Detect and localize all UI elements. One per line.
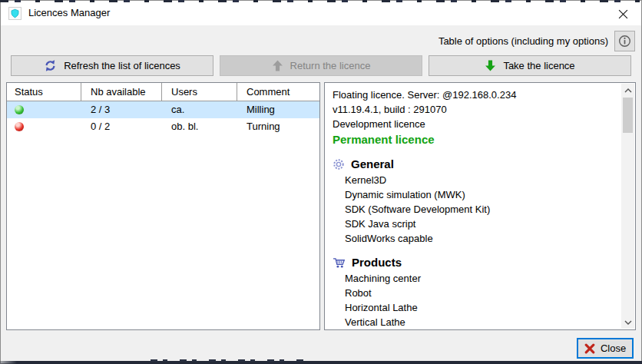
return-licence-button[interactable]: Return the licence [220, 55, 422, 76]
column-header-comment[interactable]: Comment [237, 83, 319, 101]
licence-type-line: Development licence [333, 117, 618, 131]
licence-details-content: Floating licence. Server: @192.168.0.234… [326, 84, 621, 329]
product-item: Robot [333, 286, 618, 300]
arrow-up-icon [272, 60, 283, 71]
scroll-up-icon[interactable] [621, 84, 634, 97]
version-line: v11.19.4.1, build : 291070 [333, 102, 618, 117]
column-header-status[interactable]: Status [7, 83, 81, 101]
title-bar: Licences Manager [1, 1, 641, 25]
section-general: General Kernel3D Dynamic simulation (MWK… [333, 156, 618, 246]
column-header-users[interactable]: Users [162, 83, 237, 101]
close-button[interactable]: Close [577, 338, 634, 359]
desktop-artifact-bottom-text [151, 359, 304, 362]
status-indicator [15, 105, 24, 114]
info-button[interactable] [614, 31, 635, 51]
section-title-general: General [351, 156, 394, 173]
app-shield-icon [8, 7, 22, 20]
close-x-icon [584, 343, 595, 354]
take-licence-button[interactable]: Take the licence [429, 55, 631, 76]
section-products: Products Machining center Robot Horizont… [333, 254, 618, 329]
take-button-label: Take the licence [503, 60, 574, 71]
return-button-label: Return the licence [290, 60, 371, 71]
scrollbar-thumb[interactable] [623, 98, 633, 133]
section-title-products: Products [352, 254, 402, 271]
refresh-button-label: Refresh the list of licences [64, 60, 180, 71]
cell-comment: Turning [237, 118, 319, 135]
licence-details-panel: Floating licence. Server: @192.168.0.234… [324, 82, 636, 330]
cell-users: ob. bl. [162, 118, 237, 135]
options-caption: Table of options (including my options) [438, 35, 608, 48]
status-indicator [15, 122, 24, 131]
feature-item: Dynamic simulation (MWK) [333, 187, 618, 202]
permanent-licence-line: Permanent licence [333, 133, 618, 146]
product-item: Machining center [333, 271, 618, 286]
feature-item: SDK Java script [333, 217, 618, 231]
gear-icon [333, 158, 345, 170]
product-item: Horizontal Lathe [333, 300, 618, 315]
cell-comment: Milling [237, 101, 319, 118]
desktop-artifact-top [0, 0, 642, 2]
refresh-icon [44, 59, 57, 72]
refresh-licences-button[interactable]: Refresh the list of licences [11, 55, 213, 76]
table-header: Status Nb available Users Comment [7, 83, 319, 101]
licences-manager-window: Licences Manager Table of options (inclu… [0, 0, 642, 364]
cell-nb-available: 0 / 2 [81, 118, 162, 135]
table-row[interactable]: 0 / 2 ob. bl. Turning [7, 118, 319, 135]
scroll-down-icon[interactable] [621, 316, 634, 329]
window-close-icon[interactable] [609, 5, 637, 23]
cell-nb-available: 2 / 3 [81, 101, 162, 118]
table-row[interactable]: 2 / 3 ca. Milling [7, 101, 319, 118]
feature-item: SDK (Software Development Kit) [333, 202, 618, 217]
feature-item: Kernel3D [333, 173, 618, 187]
desktop-artifact-bottom [0, 361, 642, 364]
window-title: Licences Manager [28, 1, 110, 25]
cart-icon [333, 257, 346, 269]
close-button-label: Close [601, 342, 626, 354]
arrow-down-icon [485, 60, 496, 71]
feature-item: SolidWorks capable [333, 231, 618, 246]
info-icon [618, 35, 631, 48]
server-line: Floating licence. Server: @192.168.0.234 [333, 88, 618, 102]
licence-table: Status Nb available Users Comment 2 / 3 … [6, 82, 320, 330]
column-header-nb-available[interactable]: Nb available [81, 83, 162, 101]
details-scrollbar[interactable] [621, 84, 634, 329]
cell-users: ca. [162, 101, 237, 118]
product-item: Vertical Lathe [333, 315, 618, 329]
